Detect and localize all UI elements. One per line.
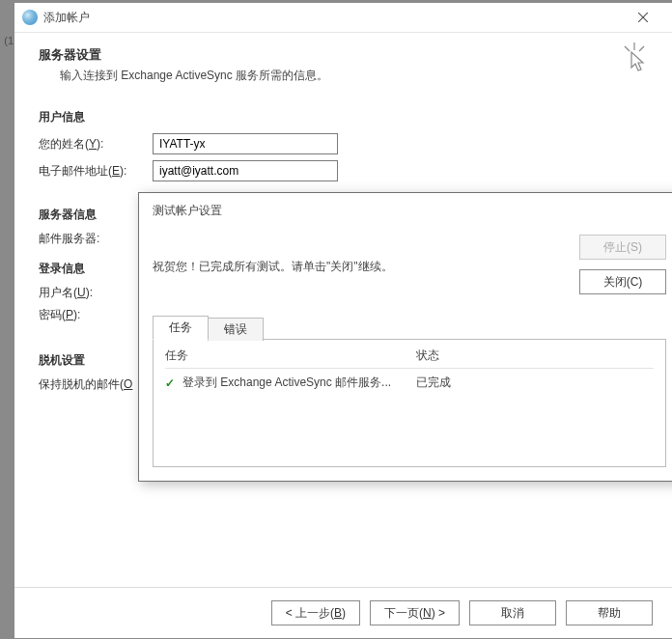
test-dialog-message: 祝贺您！已完成所有测试。请单击"关闭"继续。 [153, 259, 579, 275]
titlebar: 添加帐户 [14, 3, 672, 33]
label-keep-offline: 保持脱机的邮件(O [39, 376, 132, 393]
svg-line-3 [625, 46, 630, 51]
cursor-icon [621, 42, 648, 75]
test-dialog-side-buttons: 停止(S) 关闭(C) [579, 235, 666, 294]
test-dialog-topline: 祝贺您！已完成所有测试。请单击"关闭"继续。 停止(S) 关闭(C) [153, 238, 666, 294]
label-your-name: 您的姓名(Y): [39, 136, 153, 153]
label-email: 电子邮件地址(E): [39, 163, 153, 180]
tab-tasks[interactable]: 任务 [153, 316, 209, 340]
col-header-status: 状态 [416, 347, 654, 364]
task-row: ✓ 登录到 Exchange ActiveSync 邮件服务... 已完成 [165, 375, 654, 391]
row-your-name: 您的姓名(Y): [39, 133, 648, 154]
close-test-button[interactable]: 关闭(C) [579, 269, 666, 294]
label-password: 密码(P): [39, 307, 153, 323]
task-name: 登录到 Exchange ActiveSync 邮件服务... [182, 375, 416, 391]
label-mail-server: 邮件服务器: [39, 231, 153, 247]
section-user-info: 用户信息 [39, 109, 648, 125]
tab-tasks-body: 任务 状态 ✓ 登录到 Exchange ActiveSync 邮件服务... … [153, 339, 666, 467]
add-account-window: 添加帐户 服务器设置 输入连接到 Exchange ActiveSync 服务所… [14, 2, 672, 639]
footer-bar: < 上一步(B) 下一页(N) > 取消 帮助 [14, 587, 672, 638]
svg-line-4 [639, 46, 644, 51]
close-icon [638, 13, 648, 22]
page-subheading: 输入连接到 Exchange ActiveSync 服务所需的信息。 [60, 68, 648, 84]
back-button[interactable]: < 上一步(B) [271, 600, 360, 625]
header-block: 服务器设置 输入连接到 Exchange ActiveSync 服务所需的信息。 [39, 46, 648, 84]
test-dialog-title: 测试帐户设置 [153, 203, 666, 219]
page-heading: 服务器设置 [39, 46, 648, 64]
col-header-task: 任务 [165, 347, 416, 364]
test-account-dialog: 测试帐户设置 祝贺您！已完成所有测试。请单击"关闭"继续。 停止(S) 关闭(C… [138, 192, 672, 482]
window-title: 添加帐户 [43, 10, 622, 26]
task-table-header: 任务 状态 [165, 347, 654, 369]
window-close-button[interactable] [622, 3, 664, 32]
cancel-button[interactable]: 取消 [469, 600, 556, 625]
stop-button: 停止(S) [579, 235, 666, 260]
task-status: 已完成 [416, 375, 654, 391]
row-email: 电子邮件地址(E): [39, 160, 648, 181]
your-name-input[interactable] [153, 133, 338, 154]
email-input[interactable] [153, 160, 338, 181]
label-username: 用户名(U): [39, 285, 153, 301]
obscured-left-text: (1 [0, 35, 14, 46]
tab-errors[interactable]: 错误 [208, 318, 264, 341]
globe-icon [22, 10, 38, 25]
test-tab-strip: 任务 错误 [153, 316, 666, 339]
check-icon: ✓ [165, 376, 179, 390]
help-button[interactable]: 帮助 [566, 600, 653, 625]
next-button[interactable]: 下一页(N) > [370, 600, 460, 625]
